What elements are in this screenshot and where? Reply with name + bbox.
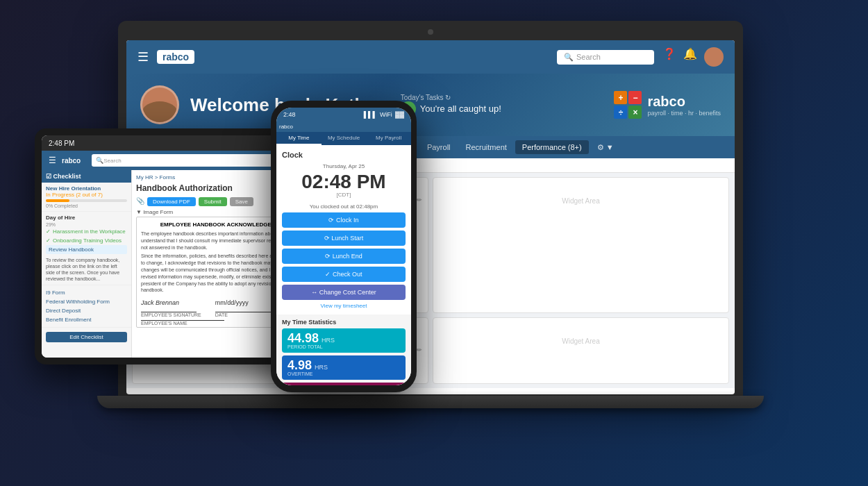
sidebar-new-hire: New Hire Orientation In Progress (2 out … bbox=[42, 183, 131, 212]
laptop-base bbox=[97, 396, 764, 408]
brand-tagline: payroll · time · hr · benefits bbox=[647, 110, 721, 117]
phone-screen: 2:48 ▌▌▌ WiFi ▓▓ rabco My Time My Schedu… bbox=[276, 108, 411, 385]
phone-clock-content: Clock Thursday, Apr 25 02:48 PM [CDT] Yo… bbox=[276, 145, 411, 315]
save-btn[interactable]: Save bbox=[230, 197, 253, 206]
overtime-label: OVERTIME bbox=[287, 371, 400, 376]
download-pdf-btn[interactable]: Download PDF bbox=[147, 197, 196, 206]
federal-withholding[interactable]: Federal Withholding Form bbox=[46, 297, 127, 306]
stat-pto: 24.00 HRS PAID TIME OFF bbox=[282, 383, 406, 385]
icon-minus: − bbox=[628, 91, 642, 104]
checklist-icon: ☑ bbox=[46, 173, 51, 180]
phone-tab-schedule[interactable]: My Schedule bbox=[322, 132, 367, 145]
phone-time-display: 02:48 PM [CDT] bbox=[282, 169, 406, 201]
edit-checklist-btn-area: Edit Checklist bbox=[42, 328, 131, 346]
phone-status-icons: ▌▌▌ WiFi ▓▓ bbox=[364, 111, 404, 118]
phone-stats-section: My Time Statistics 44.98 HRS PERIOD TOTA… bbox=[276, 315, 411, 385]
tasks-title: Today's Tasks ↻ bbox=[401, 94, 501, 101]
icon-multiply: × bbox=[628, 106, 642, 119]
phone-clock-time: 02:48 PM bbox=[282, 172, 406, 192]
check-icon-training: ✓ bbox=[46, 237, 51, 244]
period-total-label: PERIOD TOTAL bbox=[287, 344, 400, 349]
stat-period-total: 44.98 HRS PERIOD TOTAL bbox=[282, 328, 406, 353]
icon-plus: + bbox=[614, 91, 627, 104]
view-timesheet-link[interactable]: View my timesheet bbox=[282, 303, 406, 309]
tablet-search-icon: 🔍 bbox=[96, 157, 103, 164]
paperclip-icon: 📎 bbox=[136, 197, 144, 206]
search-box[interactable]: 🔍 Search bbox=[557, 50, 654, 65]
edit-icon-persp[interactable]: ✏ bbox=[417, 346, 422, 353]
battery-icon: ▓▓ bbox=[395, 111, 404, 118]
clock-in-btn[interactable]: ⟳ Clock In bbox=[282, 212, 406, 228]
date-block: mm/dd/yyyy DATE bbox=[215, 299, 271, 317]
widget-placeholder: Widget Area bbox=[433, 177, 729, 313]
signal-icon: ▌▌▌ bbox=[364, 111, 377, 118]
phone-clock-title: Clock bbox=[282, 151, 406, 159]
submit-btn[interactable]: Submit bbox=[199, 197, 227, 206]
phone-device: 2:48 ▌▌▌ WiFi ▓▓ rabco My Time My Schedu… bbox=[271, 101, 417, 392]
notification-icon[interactable]: 🔔 bbox=[683, 47, 697, 67]
signature-block: Jack Brennan EMPLOYEE'S SIGNATURE bbox=[141, 299, 201, 317]
phone-tab-payroll[interactable]: My Payroll bbox=[366, 132, 411, 145]
sidebar-progress-fill bbox=[46, 199, 69, 202]
tablet-search-placeholder: Search bbox=[103, 158, 121, 164]
direct-deposit[interactable]: Direct Deposit bbox=[46, 306, 127, 315]
edit-checklist-btn[interactable]: Edit Checklist bbox=[46, 332, 127, 342]
signature-value: Jack Brennan bbox=[141, 299, 201, 306]
tablet-sidebar: ☑ Checklist New Hire Orientation In Prog… bbox=[42, 170, 132, 358]
sidebar-day-of-hire: Day of Hire 29% ✓ Harassment in the Work… bbox=[42, 212, 131, 285]
i9-form[interactable]: I9 Form bbox=[46, 288, 127, 297]
rabco-logo-large: + − ÷ × rabco payroll · time · hr · bene… bbox=[614, 91, 721, 119]
harassment-label: Harassment in the Workplace bbox=[53, 228, 126, 235]
check-out-btn[interactable]: ✓ Check Out bbox=[282, 267, 406, 282]
item-handbook[interactable]: Review Handbook bbox=[46, 245, 127, 254]
sidebar-progress-bar bbox=[46, 199, 127, 202]
menu-icon[interactable]: ☰ bbox=[137, 49, 149, 65]
phone-timezone: [CDT] bbox=[282, 192, 406, 198]
handbook-instructions: To review the company handbook, please c… bbox=[46, 257, 127, 282]
lunch-start-btn[interactable]: ⟳ Lunch Start bbox=[282, 231, 406, 246]
logo-badge: rabco bbox=[157, 50, 194, 64]
nav-recruitment[interactable]: Recruitment bbox=[459, 140, 514, 154]
checklist-progress-label: In Progress (2 out of 7) bbox=[46, 192, 127, 198]
day-of-hire-title: Day of Hire bbox=[46, 215, 127, 221]
overtime-value: 4.98 bbox=[287, 359, 312, 371]
tablet-search[interactable]: 🔍 Search bbox=[92, 154, 290, 167]
checklist-title: Checklist bbox=[53, 173, 81, 180]
user-avatar[interactable] bbox=[704, 47, 724, 67]
nav-performance[interactable]: Performance (8+) bbox=[515, 140, 589, 154]
signature-label: EMPLOYEE'S SIGNATURE bbox=[141, 312, 201, 317]
handbook-label: Review Handbook bbox=[49, 246, 94, 253]
benefit-enrollment[interactable]: Benefit Enrollment bbox=[46, 315, 127, 324]
phone-body: 2:48 ▌▌▌ WiFi ▓▓ rabco My Time My Schedu… bbox=[271, 101, 417, 392]
wifi-icon: WiFi bbox=[380, 111, 392, 118]
item-training[interactable]: ✓ Onboarding Training Videos bbox=[46, 236, 127, 245]
phone-date: Thursday, Apr 25 bbox=[282, 163, 406, 169]
welcome-banner: Welcome back, Kathy Today's Tasks ↻ ✓ Yo… bbox=[126, 74, 735, 136]
period-total-unit: HRS bbox=[322, 337, 335, 344]
tablet-menu-icon[interactable]: ☰ bbox=[49, 156, 56, 165]
nav-settings[interactable]: ⚙ ▼ bbox=[590, 140, 621, 155]
widget-placeholder-text: Widget Area bbox=[439, 183, 723, 219]
tablet-logo: rabco bbox=[62, 157, 81, 165]
checklist-label: New Hire Orientation bbox=[46, 185, 127, 192]
phone-logo: rabco bbox=[276, 122, 296, 132]
item-harassment[interactable]: ✓ Harassment in the Workplace bbox=[46, 227, 127, 236]
rabco-icon-grid: + − ÷ × bbox=[614, 91, 642, 119]
user-avatar-large bbox=[140, 85, 179, 124]
rabco-brand: rabco payroll · time · hr · benefits bbox=[647, 94, 721, 117]
change-cost-center-btn[interactable]: ↔ Change Cost Center bbox=[282, 285, 406, 300]
edit-icon-perf[interactable]: ✏ bbox=[417, 196, 422, 203]
day-pct: 29% bbox=[46, 222, 127, 227]
icon-divide: ÷ bbox=[614, 106, 627, 119]
tablet-time: 2:48 PM bbox=[49, 140, 74, 147]
widget-4: Widget Area bbox=[433, 317, 729, 384]
phone-stats-title: My Time Statistics bbox=[282, 319, 406, 326]
phone-time: 2:48 bbox=[283, 111, 296, 118]
phone-tab-time[interactable]: My Time bbox=[276, 132, 322, 145]
nav-payroll[interactable]: Payroll bbox=[420, 140, 458, 154]
laptop-camera bbox=[428, 29, 433, 35]
sidebar-header: ☑ Checklist bbox=[42, 170, 131, 183]
help-icon[interactable]: ❓ bbox=[662, 47, 676, 67]
lunch-end-btn[interactable]: ⟳ Lunch End bbox=[282, 249, 406, 264]
phone-nav-tabs: My Time My Schedule My Payroll bbox=[276, 132, 411, 145]
